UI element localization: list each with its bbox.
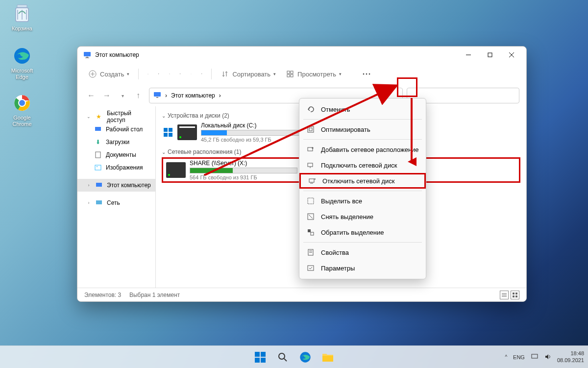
cut-button[interactable]	[144, 70, 152, 78]
sidebar-item-desktop[interactable]: Рабочий стол	[77, 123, 155, 136]
up-button[interactable]: ↑	[131, 89, 145, 102]
svg-rect-53	[513, 295, 514, 297]
tray-chevron-icon[interactable]: ^	[505, 354, 507, 360]
create-button[interactable]: Создать ▾	[84, 66, 133, 82]
plus-circle-icon	[88, 70, 97, 78]
chevron-down-icon: ▾	[127, 72, 129, 76]
svg-rect-52	[515, 293, 517, 294]
chevron-right-icon: ›	[165, 92, 167, 99]
chrome-icon	[12, 93, 32, 113]
taskbar-explorer[interactable]	[318, 347, 338, 367]
menu-item-optimize[interactable]: Оптимизировать	[299, 122, 426, 137]
svg-rect-38	[95, 127, 101, 131]
copy-button[interactable]	[154, 70, 163, 78]
tray-volume-icon[interactable]	[544, 353, 551, 361]
menu-item-add-network-location[interactable]: Добавить сетевое расположение	[299, 142, 426, 157]
view-button[interactable]: Просмотреть ▾	[282, 66, 345, 82]
tray-network-icon[interactable]	[531, 353, 539, 361]
breadcrumb-item[interactable]: Этот компьютер	[171, 92, 215, 99]
svg-rect-43	[96, 200, 102, 204]
svg-line-19	[148, 74, 148, 74]
svg-rect-68	[308, 198, 314, 204]
close-button[interactable]	[501, 48, 522, 62]
menu-item-select-all[interactable]: Выделить все	[299, 193, 426, 209]
taskbar-edge[interactable]	[295, 347, 315, 367]
menu-item-options[interactable]: Параметры	[299, 260, 426, 276]
desktop-icon-recycle[interactable]: Корзина	[5, 4, 39, 32]
svg-rect-62	[308, 163, 313, 167]
create-label: Создать	[100, 71, 124, 78]
menu-item-invert-selection[interactable]: Обратить выделение	[299, 224, 426, 240]
maximize-button[interactable]	[479, 48, 501, 62]
svg-rect-80	[261, 358, 266, 363]
svg-rect-46	[164, 133, 168, 137]
rename-button[interactable]	[176, 70, 185, 78]
desktop-icon-chrome[interactable]: Google Chrome	[5, 93, 39, 127]
sidebar-item-label: Документы	[106, 151, 136, 158]
monitor-icon	[95, 181, 103, 189]
options-icon	[306, 264, 315, 272]
menu-item-disconnect-network-drive[interactable]: Отключить сетевой диск	[299, 173, 426, 189]
svg-point-41	[97, 166, 98, 167]
sort-icon	[220, 70, 229, 78]
minimize-button[interactable]	[458, 48, 479, 62]
svg-rect-6	[84, 52, 91, 56]
sidebar-item-downloads[interactable]: ⬇ Загрузки	[77, 136, 155, 148]
drive-icon	[166, 162, 186, 178]
back-button[interactable]: ←	[84, 89, 98, 102]
sidebar-item-documents[interactable]: Документы	[77, 148, 155, 161]
share-button[interactable]	[187, 70, 196, 78]
deselect-icon	[306, 212, 315, 221]
menu-item-connect-network-drive[interactable]: Подключить сетевой диск	[299, 157, 426, 173]
menu-item-label: Добавить сетевое расположение	[321, 146, 419, 153]
svg-rect-77	[255, 352, 260, 357]
group-label: Сетевые расположения (1)	[168, 148, 241, 155]
sidebar-item-network[interactable]: › Сеть	[77, 196, 155, 209]
network-icon	[95, 199, 103, 207]
svg-rect-10	[488, 53, 492, 57]
svg-rect-78	[261, 352, 266, 357]
menu-item-undo[interactable]: Отменить	[299, 101, 426, 117]
menu-item-label: Отменить	[321, 106, 350, 113]
monitor-icon	[153, 91, 161, 100]
network-connect-icon	[306, 161, 315, 170]
menu-item-label: Снять выделение	[321, 213, 373, 221]
tray-time: 18:48	[557, 350, 584, 357]
desktop-icon	[94, 125, 102, 133]
sidebar: ⌄ ★ Быстрый доступ Рабочий стол ⬇ Загруз…	[77, 106, 156, 288]
chevron-down-icon: ⌄	[162, 149, 166, 155]
document-icon	[94, 151, 102, 159]
windows-icon	[164, 128, 172, 137]
up-button[interactable]: ▾	[116, 89, 129, 102]
desktop-icon-edge[interactable]: Microsoft Edge	[5, 46, 39, 80]
svg-point-17	[148, 74, 149, 74]
menu-item-properties[interactable]: Свойства	[299, 245, 426, 260]
paste-button[interactable]	[165, 70, 174, 78]
sidebar-item-quick-access[interactable]: ⌄ ★ Быстрый доступ	[77, 110, 155, 123]
view-icon	[286, 70, 294, 78]
drive-sub: 45,2 ГБ свободно из 59,3 ГБ	[201, 137, 309, 143]
sidebar-item-this-pc[interactable]: › Этот компьютер	[77, 179, 155, 192]
menu-item-deselect[interactable]: Снять выделение	[299, 209, 426, 224]
network-add-icon	[306, 145, 315, 154]
more-button[interactable]	[358, 66, 375, 82]
menu-item-label: Выделить все	[321, 197, 362, 205]
svg-rect-58	[309, 128, 312, 131]
titlebar: Этот компьютер	[77, 47, 526, 63]
delete-button[interactable]	[197, 70, 206, 78]
view-details-button[interactable]	[500, 291, 509, 299]
tray-language[interactable]: ENG	[513, 354, 525, 360]
forward-button[interactable]: →	[100, 89, 114, 102]
toolbar: Создать ▾ Сортировать ▾ Просмотреть ▾	[77, 63, 526, 85]
sidebar-item-images[interactable]: Изображения	[77, 161, 155, 174]
view-tiles-button[interactable]	[511, 291, 519, 299]
system-tray: ^ ENG 18:48 08.09.2021	[505, 350, 584, 363]
chevron-right-icon: ›	[86, 200, 91, 205]
sort-button[interactable]: Сортировать ▾	[217, 66, 280, 82]
tray-clock[interactable]: 18:48 08.09.2021	[557, 350, 584, 363]
start-button[interactable]	[250, 347, 270, 367]
status-count: Элементов: 3	[84, 292, 121, 298]
svg-rect-1	[17, 5, 27, 7]
svg-rect-76	[308, 266, 314, 270]
search-button[interactable]	[273, 347, 293, 367]
